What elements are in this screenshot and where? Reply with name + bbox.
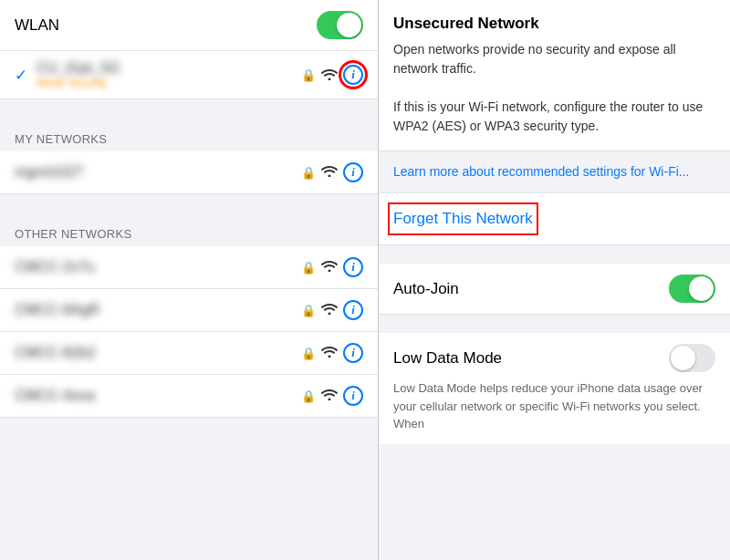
spacer1	[0, 99, 378, 118]
left-panel: WLAN ✓ CU_iGpt_5G Weak Security 🔒 i MY N…	[0, 0, 379, 560]
lock-icon: 🔒	[301, 68, 316, 82]
low-data-desc: Low Data Mode helps reduce your iPhone d…	[393, 379, 715, 433]
other-info-btn-0[interactable]: i	[343, 257, 363, 277]
other-lock-0: 🔒	[301, 261, 316, 275]
other-lock-1: 🔒	[301, 304, 316, 317]
wlan-toggle[interactable]	[317, 11, 363, 39]
auto-join-toggle[interactable]	[669, 275, 715, 303]
other-lock-3: 🔒	[301, 389, 316, 403]
other-network-name-3: CMCC-4ova	[15, 388, 301, 404]
connected-network-icons: 🔒 i	[301, 65, 363, 85]
other-info-btn-3[interactable]: i	[343, 386, 363, 406]
forget-network-button[interactable]: Forget This Network	[393, 208, 533, 230]
spacer3	[379, 245, 730, 264]
unsecured-section: Unsecured Network Open networks provide …	[379, 0, 730, 151]
learn-more-section: Learn more about recommended settings fo…	[379, 151, 730, 192]
low-data-row: Low Data Mode	[393, 344, 715, 372]
connected-network-name: CU_iGpt_5G	[36, 60, 301, 77]
connected-network-subtitle: Weak Security	[36, 77, 301, 89]
other-network-item-3: CMCC-4ova 🔒 i	[0, 375, 378, 418]
spacer2	[0, 194, 378, 213]
other-lock-2: 🔒	[301, 347, 316, 360]
learn-more-link[interactable]: Learn more about recommended settings fo…	[393, 164, 689, 179]
auto-join-knob	[689, 276, 714, 301]
connected-network-info: CU_iGpt_5G Weak Security	[36, 60, 301, 89]
wlan-row: WLAN	[0, 0, 378, 51]
other-wifi-3	[321, 388, 338, 404]
checkmark-icon: ✓	[15, 66, 27, 85]
wifi-icon	[321, 67, 338, 83]
my-wifi-icon-0	[321, 164, 338, 181]
toggle-knob	[337, 13, 361, 37]
unsecured-desc: Open networks provide no security and ex…	[393, 40, 715, 136]
other-wifi-1	[321, 302, 338, 318]
my-networks-header: MY NETWORKS	[0, 118, 378, 151]
low-data-section: Low Data Mode Low Data Mode helps reduce…	[379, 333, 730, 444]
other-network-item-0: CMCC-2v7u 🔒 i	[0, 246, 378, 289]
other-network-name-2: CMCC-82b2	[15, 345, 301, 361]
low-data-label: Low Data Mode	[393, 349, 502, 368]
other-wifi-0	[321, 259, 338, 275]
wlan-label: WLAN	[15, 16, 59, 35]
unsecured-title: Unsecured Network	[393, 15, 715, 33]
right-panel: Unsecured Network Open networks provide …	[379, 0, 730, 560]
other-wifi-2	[321, 345, 338, 361]
connected-network-row: ✓ CU_iGpt_5G Weak Security 🔒 i	[0, 51, 378, 99]
other-network-item-2: CMCC-82b2 🔒 i	[0, 332, 378, 375]
my-network-info-btn-0[interactable]: i	[343, 162, 363, 182]
auto-join-row: Auto-Join	[379, 264, 730, 315]
other-network-item-1: CMCC-8AgR 🔒 i	[0, 289, 378, 332]
other-network-name-1: CMCC-8AgR	[15, 302, 301, 318]
my-lock-icon-0: 🔒	[301, 166, 316, 180]
my-network-name-0: mgmt1027	[15, 164, 301, 181]
my-network-item-0: mgmt1027 🔒 i	[0, 151, 378, 194]
other-info-btn-1[interactable]: i	[343, 300, 363, 320]
other-info-btn-2[interactable]: i	[343, 343, 363, 363]
connected-network-info-btn[interactable]: i	[343, 65, 363, 85]
low-data-toggle[interactable]	[669, 344, 715, 372]
other-networks-header: OTHER NETWORKS	[0, 213, 378, 246]
forget-section: Forget This Network	[379, 192, 730, 245]
low-data-knob	[671, 346, 695, 370]
other-network-name-0: CMCC-2v7u	[15, 259, 301, 275]
auto-join-label: Auto-Join	[393, 280, 459, 298]
spacer4	[379, 315, 730, 333]
